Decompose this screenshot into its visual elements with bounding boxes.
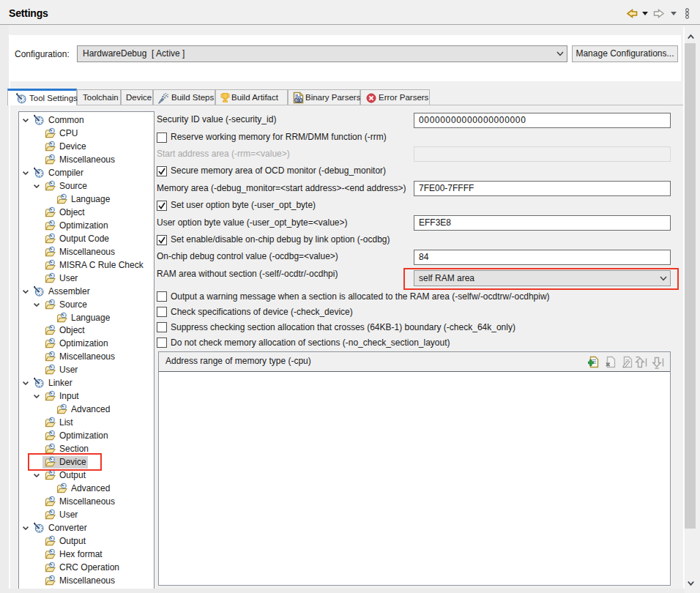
svg-text:010: 010 (294, 97, 303, 104)
